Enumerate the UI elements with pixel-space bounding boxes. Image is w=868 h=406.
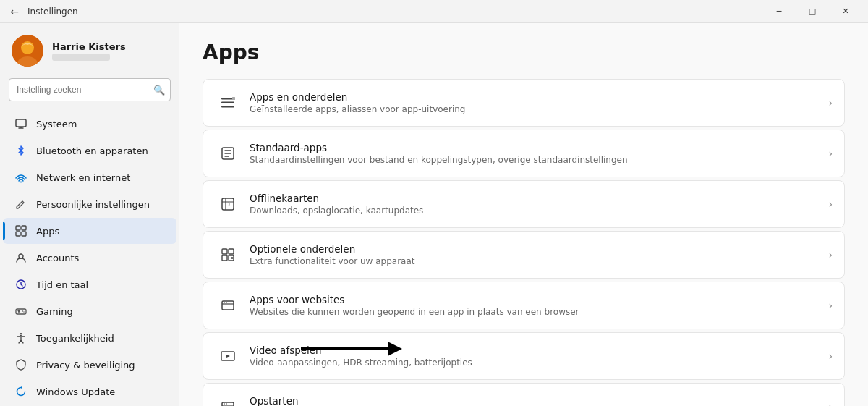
settings-item-text: Video afspelen Video-aanpassingen, HDR-s…	[250, 344, 822, 368]
svg-point-38	[224, 403, 225, 405]
title-bar-controls: ─ □ ✕	[762, 0, 862, 23]
sidebar-item-gaming[interactable]: Gaming	[3, 298, 176, 324]
sidebar-item-accounts[interactable]: Accounts	[3, 245, 176, 271]
nav-label: Privacy & beveiliging	[36, 360, 135, 371]
user-link	[52, 54, 110, 61]
chevron-right-icon: ›	[828, 249, 833, 261]
chevron-right-icon: ›	[828, 300, 833, 311]
svg-rect-7	[16, 226, 20, 230]
nav-label: Apps	[36, 226, 59, 237]
settings-item-title: Offlinekaarten	[250, 193, 822, 204]
netwerk-icon	[14, 171, 27, 184]
toegankelijkheid-icon	[14, 331, 27, 344]
settings-item-opstarten[interactable]: Opstarten Apps die automatisch worden ge…	[203, 383, 845, 406]
nav-label: Bluetooth en apparaten	[36, 145, 148, 156]
systeem-icon	[14, 117, 27, 130]
svg-point-17	[22, 310, 23, 311]
settings-item-desc: Downloads, opslaglocatie, kaartupdates	[250, 206, 822, 216]
bluetooth-icon	[14, 144, 27, 157]
settings-item-text: Optionele onderdelen Extra functionalite…	[250, 243, 822, 266]
content-area: Apps Apps en onderdelen Geïnstalleerde a…	[179, 23, 868, 406]
settings-item-apps-websites[interactable]: Apps voor websites Websites die kunnen w…	[203, 282, 845, 329]
settings-item-text: Standaard-apps Standaardinstellingen voo…	[250, 142, 822, 165]
settings-item-desc: Websites die kunnen worden geopend in ee…	[250, 307, 822, 317]
minimize-button[interactable]: ─	[762, 0, 796, 23]
svg-rect-13	[16, 309, 26, 314]
standaard-apps-icon	[215, 140, 241, 166]
sidebar-item-bluetooth[interactable]: Bluetooth en apparaten	[3, 138, 176, 164]
settings-item-text: Opstarten Apps die automatisch worden ge…	[250, 395, 822, 406]
nav-label: Systeem	[36, 119, 77, 130]
app-container: Harrie Kisters 🔍 Systeem Bluetooth en ap…	[0, 23, 868, 406]
svg-rect-10	[22, 232, 26, 236]
settings-item-text: Apps voor websites Websites die kunnen w…	[250, 294, 822, 317]
chevron-right-icon: ›	[828, 97, 833, 109]
svg-rect-3	[16, 119, 26, 127]
sidebar-item-systeem[interactable]: Systeem	[3, 111, 176, 137]
svg-point-11	[19, 254, 23, 258]
user-profile: Harrie Kisters	[0, 23, 179, 75]
sidebar-item-windows-update[interactable]: Windows Update	[3, 378, 176, 405]
settings-item-apps-onderdelen[interactable]: Apps en onderdelen Geïnstalleerde apps, …	[203, 79, 845, 127]
sidebar-item-persoonlijk[interactable]: Persoonlijke instellingen	[3, 191, 176, 217]
nav-label: Gaming	[36, 306, 73, 317]
apps-onderdelen-icon	[215, 90, 241, 116]
svg-rect-28	[222, 255, 227, 261]
chevron-right-icon: ›	[828, 148, 833, 159]
settings-item-desc: Video-aanpassingen, HDR-streaming, batte…	[250, 358, 822, 368]
settings-item-title: Standaard-apps	[250, 142, 822, 153]
nav-label: Toegankelijkheid	[36, 333, 114, 344]
svg-rect-25	[222, 198, 234, 210]
sidebar-item-tijd[interactable]: Tijd en taal	[3, 271, 176, 297]
title-bar: ← Instellingen ─ □ ✕	[0, 0, 868, 23]
svg-rect-23	[232, 97, 235, 100]
settings-item-text: Offlinekaarten Downloads, opslaglocatie,…	[250, 193, 822, 216]
svg-rect-21	[221, 102, 234, 104]
privacy-icon	[14, 358, 27, 371]
svg-point-19	[20, 334, 22, 336]
svg-point-33	[224, 302, 225, 303]
chevron-right-icon: ›	[828, 198, 833, 210]
settings-list: Apps en onderdelen Geïnstalleerde apps, …	[203, 79, 845, 406]
nav-label: Accounts	[36, 253, 79, 263]
close-button[interactable]: ✕	[829, 0, 862, 23]
offlinekaarten-icon	[215, 191, 241, 217]
content-wrapper: Apps Apps en onderdelen Geïnstalleerde a…	[179, 23, 868, 406]
settings-item-title: Apps en onderdelen	[250, 91, 822, 103]
accounts-icon	[14, 251, 27, 264]
user-info: Harrie Kisters	[52, 41, 126, 61]
nav-list: Systeem Bluetooth en apparaten Netwerk e…	[0, 110, 179, 405]
settings-item-title: Apps voor websites	[250, 294, 822, 305]
svg-point-6	[20, 182, 22, 183]
nav-label: Windows Update	[36, 386, 115, 397]
settings-item-video-afspelen[interactable]: Video afspelen Video-aanpassingen, HDR-s…	[203, 332, 845, 380]
back-button[interactable]: ←	[6, 3, 23, 20]
settings-item-desc: Standaardinstellingen voor bestand en ko…	[250, 155, 822, 165]
avatar	[12, 35, 43, 67]
page-title: Apps	[203, 41, 845, 64]
opstarten-icon	[215, 394, 241, 406]
svg-rect-8	[22, 226, 26, 230]
sidebar-item-privacy[interactable]: Privacy & beveiliging	[3, 352, 176, 378]
persoonlijk-icon	[14, 198, 27, 211]
settings-item-standaard-apps[interactable]: Standaard-apps Standaardinstellingen voo…	[203, 130, 845, 177]
tijd-icon	[14, 278, 27, 291]
search-input[interactable]	[9, 78, 171, 101]
sidebar-item-apps[interactable]: Apps	[3, 218, 176, 244]
settings-item-text: Apps en onderdelen Geïnstalleerde apps, …	[250, 91, 822, 114]
settings-item-offlinekaarten[interactable]: Offlinekaarten Downloads, opslaglocatie,…	[203, 180, 845, 228]
apps-websites-icon	[215, 292, 241, 318]
svg-point-18	[23, 311, 24, 312]
settings-item-desc: Extra functionaliteit voor uw apparaat	[250, 256, 822, 266]
svg-point-34	[226, 302, 227, 303]
settings-item-title: Optionele onderdelen	[250, 243, 822, 255]
optionele-onderdelen-icon	[215, 242, 241, 268]
settings-item-optionele-onderdelen[interactable]: Optionele onderdelen Extra functionalite…	[203, 231, 845, 279]
maximize-button[interactable]: □	[796, 0, 829, 23]
search-box: 🔍	[9, 78, 171, 101]
nav-label: Netwerk en internet	[36, 172, 130, 183]
nav-label: Persoonlijke instellingen	[36, 199, 150, 210]
user-name: Harrie Kisters	[52, 41, 126, 52]
sidebar-item-toegankelijkheid[interactable]: Toegankelijkheid	[3, 325, 176, 351]
sidebar-item-netwerk[interactable]: Netwerk en internet	[3, 164, 176, 190]
